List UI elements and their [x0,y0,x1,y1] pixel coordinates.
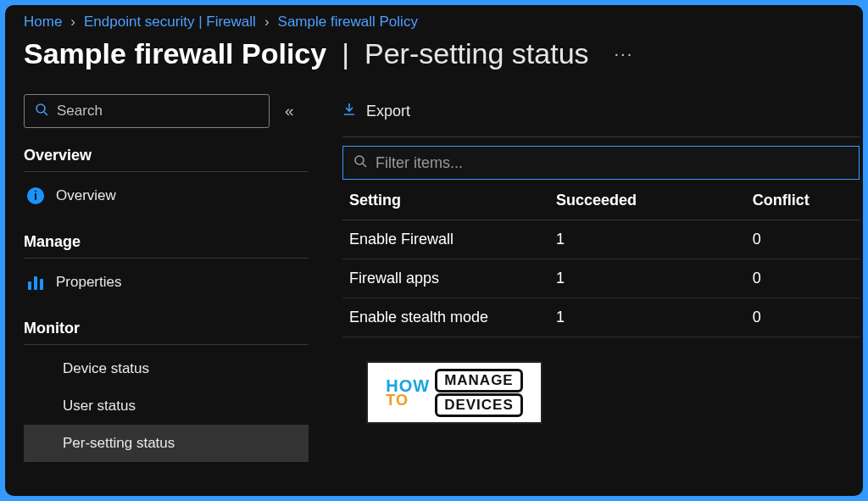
col-conflict[interactable]: Conflict [746,181,860,220]
collapse-sidebar-button[interactable]: « [285,102,294,120]
sidebar-item-device-status[interactable]: Device status [24,350,309,387]
group-label-manage: Manage [24,233,312,251]
cell-setting: Enable Firewall [342,220,549,259]
chevron-right-icon: › [264,14,270,31]
divider [24,258,309,259]
svg-point-0 [36,104,45,113]
sidebar: « Overview i Overview Manage Properties … [24,94,312,485]
more-actions-button[interactable]: ··· [615,44,634,64]
properties-icon [27,274,44,291]
logo-devices: DEVICES [435,393,523,417]
breadcrumb-home[interactable]: Home [24,14,62,31]
cell-conflict: 0 [746,259,860,298]
logo-manage: MANAGE [435,369,523,392]
settings-table: Setting Succeeded Conflict Enable Firewa… [342,181,860,337]
cell-setting: Firewall apps [342,259,549,298]
breadcrumb-endpoint-security[interactable]: Endpoint security | Firewall [84,14,256,31]
sidebar-item-per-setting-status[interactable]: Per-setting status [24,425,309,462]
cell-setting: Enable stealth mode [342,298,549,337]
group-label-monitor: Monitor [24,320,312,337]
breadcrumb: Home › Endpoint security | Firewall › Sa… [5,5,863,34]
title-separator: | [342,37,349,70]
search-icon [353,154,367,171]
table-row[interactable]: Firewall apps 1 0 [342,259,860,298]
sidebar-item-label: Overview [56,187,116,204]
cell-conflict: 0 [746,298,860,337]
col-setting[interactable]: Setting [342,181,549,220]
sidebar-item-user-status[interactable]: User status [24,387,309,425]
logo-to: TO [386,393,430,407]
sidebar-item-label: User status [63,398,136,415]
toolbar: Export [342,94,860,128]
cell-conflict: 0 [746,220,860,259]
divider [24,344,309,345]
download-icon [342,103,356,120]
svg-line-4 [363,164,366,167]
cell-succeeded: 1 [549,259,746,298]
sidebar-item-properties[interactable]: Properties [24,264,309,301]
filter-input[interactable] [376,154,849,172]
filter-box[interactable] [342,146,860,180]
sidebar-item-label: Properties [56,274,121,291]
page-title-row: Sample firewall Policy | Per-setting sta… [5,34,863,94]
chevron-right-icon: › [70,14,75,31]
sidebar-item-overview[interactable]: i Overview [24,177,309,214]
col-succeeded[interactable]: Succeeded [549,181,746,220]
table-row[interactable]: Enable stealth mode 1 0 [342,298,860,337]
svg-point-3 [355,156,364,164]
sidebar-item-label: Device status [63,360,149,377]
export-button[interactable]: Export [342,103,410,120]
search-icon [35,103,48,120]
page-subtitle: Per-setting status [364,37,589,70]
export-label: Export [366,103,410,120]
divider [342,136,860,137]
cell-succeeded: 1 [549,298,746,337]
cell-succeeded: 1 [549,220,746,259]
svg-line-1 [44,112,47,115]
info-icon: i [27,187,44,204]
sidebar-item-label: Per-setting status [63,435,175,452]
page-title: Sample firewall Policy [24,37,326,70]
search-input[interactable] [57,103,259,120]
divider [24,171,309,172]
main-content: Export Setting Succeeded Conflict [312,94,863,485]
breadcrumb-sample-firewall-policy[interactable]: Sample firewall Policy [278,14,418,31]
table-row[interactable]: Enable Firewall 1 0 [342,220,860,259]
sidebar-search[interactable] [24,94,270,128]
group-label-overview: Overview [24,147,312,164]
howto-manage-devices-logo: HOW TO MANAGE DEVICES [366,361,542,424]
